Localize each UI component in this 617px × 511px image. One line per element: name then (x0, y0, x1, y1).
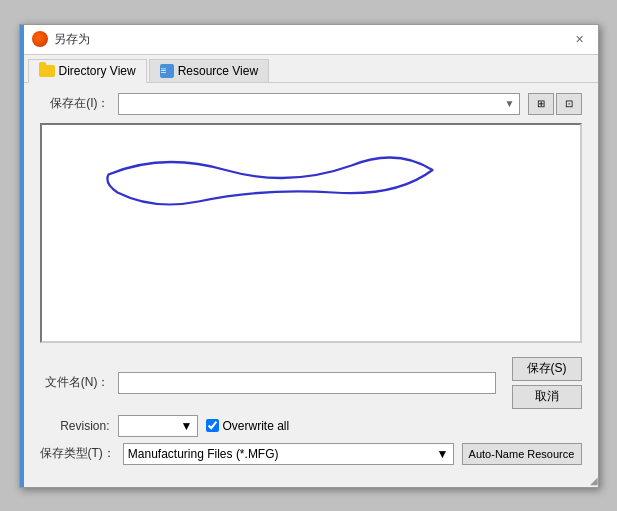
chevron-down-icon-filetype: ▼ (437, 447, 449, 461)
tab-resource[interactable]: Resource View (149, 59, 269, 82)
filetype-label: 保存类型(T)： (40, 445, 115, 462)
close-button[interactable]: × (570, 29, 590, 49)
filename-label: 文件名(N)： (40, 374, 110, 391)
filename-input[interactable] (118, 372, 496, 394)
folder-icon (39, 65, 55, 77)
action-buttons: 保存(S) 取消 (512, 357, 582, 409)
filetype-dropdown[interactable]: Manufacturing Files (*.MFG) ▼ (123, 443, 454, 465)
save-as-dialog: 另存为 × Directory View Resource View (19, 24, 599, 488)
save-in-dropdown[interactable]: ▼ (118, 93, 520, 115)
view-btn-1[interactable]: ⊞ (528, 93, 554, 115)
title-bar: 另存为 × (24, 25, 598, 55)
filename-row: 文件名(N)： 保存(S) 取消 (40, 357, 582, 409)
chevron-down-icon-revision: ▼ (181, 419, 193, 433)
tab-resource-label: Resource View (178, 64, 258, 78)
revision-row: Revision: ▼ Overwrite all (40, 415, 582, 437)
autoname-button[interactable]: Auto-Name Resource (462, 443, 582, 465)
view-btn-2[interactable]: ⊡ (556, 93, 582, 115)
filetype-row: 保存类型(T)： Manufacturing Files (*.MFG) ▼ A… (40, 443, 582, 465)
overwrite-all-checkbox[interactable] (206, 419, 219, 432)
annotation-svg (42, 125, 580, 341)
dialog-footer: ◢ (24, 481, 598, 487)
resource-icon (160, 64, 174, 78)
revision-label: Revision: (40, 419, 110, 433)
revision-dropdown[interactable]: ▼ (118, 415, 198, 437)
resize-grip[interactable]: ◢ (586, 475, 598, 487)
list-icon: ⊡ (565, 98, 573, 109)
grid-icon: ⊞ (537, 98, 545, 109)
filetype-value: Manufacturing Files (*.MFG) (128, 447, 279, 461)
dialog-title: 另存为 (54, 31, 90, 48)
tab-bar: Directory View Resource View (24, 55, 598, 83)
chevron-down-icon: ▼ (505, 98, 515, 109)
bottom-fields: 文件名(N)： 保存(S) 取消 Revision: ▼ (40, 351, 582, 471)
tab-directory[interactable]: Directory View (28, 59, 147, 83)
file-browser[interactable] (40, 123, 582, 343)
app-icon (32, 31, 48, 47)
main-content: 保存在(I)： ▼ ⊞ ⊡ (24, 83, 598, 481)
overwrite-all-wrap: Overwrite all (206, 419, 290, 433)
save-in-label: 保存在(I)： (40, 95, 110, 112)
cancel-button[interactable]: 取消 (512, 385, 582, 409)
toolbar-buttons: ⊞ ⊡ (528, 93, 582, 115)
tab-directory-label: Directory View (59, 64, 136, 78)
overwrite-all-label: Overwrite all (223, 419, 290, 433)
save-in-row: 保存在(I)： ▼ ⊞ ⊡ (40, 93, 582, 115)
save-button[interactable]: 保存(S) (512, 357, 582, 381)
